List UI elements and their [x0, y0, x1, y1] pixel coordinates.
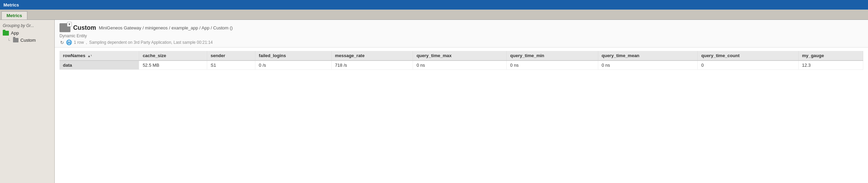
tab-metrics[interactable]: Metrics	[1, 11, 27, 19]
right-panel: ▼ Custom MiniGeneos Gateway / minigeneos…	[55, 20, 868, 183]
tab-bar: Metrics	[0, 10, 868, 20]
filter-icon: ▼	[67, 22, 72, 27]
sidebar-custom-label: Custom	[21, 38, 36, 43]
cell-query-time-max: 0 ns	[413, 61, 507, 70]
folder-green-icon	[3, 31, 9, 36]
node-icon-container: ▼	[59, 23, 70, 32]
table-container: rowNames ▲¹ cache_size sender failed_log…	[55, 48, 868, 73]
tree-line-icon: └	[8, 38, 10, 42]
table-body: data 52.5 MB S1 0 /s 718 /s 0 ns 0 ns 0 …	[59, 61, 863, 70]
sidebar-grouping-label: Grouping by Gr...	[0, 22, 54, 29]
title-bar-label: Metrics	[3, 2, 19, 8]
col-header-failed-logins[interactable]: failed_logins	[255, 51, 332, 61]
col-header-cache-size[interactable]: cache_size	[139, 51, 207, 61]
col-header-sender[interactable]: sender	[207, 51, 255, 61]
col-header-query-time-min[interactable]: query_time_min	[507, 51, 598, 61]
data-table: rowNames ▲¹ cache_size sender failed_log…	[59, 51, 863, 70]
cell-my-gauge: 12.3	[798, 61, 863, 70]
cell-query-time-min: 0 ns	[507, 61, 598, 70]
folder-gray-icon	[13, 38, 18, 42]
cell-cache-size: 52.5 MB	[139, 61, 207, 70]
col-header-query-time-mean[interactable]: query_time_mean	[598, 51, 698, 61]
sidebar: Grouping by Gr... App └ Custom	[0, 20, 55, 183]
col-header-query-time-max[interactable]: query_time_max	[413, 51, 507, 61]
comma-separator: ,	[86, 40, 87, 45]
sampling-text: Sampling dependent on 3rd Party Applicat…	[89, 40, 213, 45]
sidebar-item-app[interactable]: App	[0, 29, 54, 37]
sidebar-item-custom[interactable]: └ Custom	[0, 37, 54, 44]
cell-failed-logins: 0 /s	[255, 61, 332, 70]
col-header-rownames[interactable]: rowNames ▲¹	[59, 51, 139, 61]
sampling-row: ↻ 1 row , Sampling dependent on 3rd Part…	[59, 40, 863, 45]
cell-sender: S1	[207, 61, 255, 70]
table-row: data 52.5 MB S1 0 /s 718 /s 0 ns 0 ns 0 …	[59, 61, 863, 70]
breadcrumb-row: ▼ Custom MiniGeneos Gateway / minigeneos…	[59, 23, 863, 32]
col-header-message-rate[interactable]: message_rate	[331, 51, 413, 61]
title-bar: Metrics	[0, 0, 868, 10]
cell-message-rate: 718 /s	[331, 61, 413, 70]
panel-title: Custom	[73, 24, 96, 31]
table-header-row: rowNames ▲¹ cache_size sender failed_log…	[59, 51, 863, 61]
cell-query-time-count: 0	[698, 61, 799, 70]
pause-bar-1	[68, 41, 69, 44]
panel-breadcrumb-path: MiniGeneos Gateway / minigeneos / exampl…	[99, 25, 233, 30]
col-header-query-time-count[interactable]: query_time_count	[698, 51, 799, 61]
main-content: Grouping by Gr... App └ Custom ▼	[0, 20, 868, 183]
sidebar-app-label: App	[11, 30, 19, 36]
dynamic-entity-label: Dynamic Entity	[59, 34, 863, 38]
cell-query-time-mean: 0 ns	[598, 61, 698, 70]
row-count-label: 1 row	[74, 40, 84, 45]
cell-rownames: data	[59, 61, 139, 70]
sort-indicator: ▲¹	[87, 54, 92, 58]
col-header-my-gauge[interactable]: my_gauge	[798, 51, 863, 61]
pause-icon[interactable]	[66, 40, 72, 45]
table-header: rowNames ▲¹ cache_size sender failed_log…	[59, 51, 863, 61]
pause-bar-2	[69, 41, 70, 44]
refresh-icon[interactable]: ↻	[59, 40, 64, 45]
panel-header: ▼ Custom MiniGeneos Gateway / minigeneos…	[55, 20, 868, 48]
